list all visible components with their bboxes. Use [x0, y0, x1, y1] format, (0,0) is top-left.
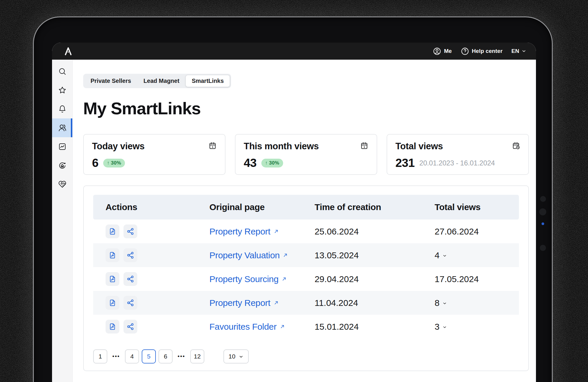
- help-circle-icon: [461, 47, 469, 56]
- tab-lead-magnet[interactable]: Lead Magnet: [137, 75, 186, 87]
- share-icon: [126, 227, 134, 235]
- page-button-4[interactable]: 4: [125, 349, 139, 363]
- column-header-actions: Actions: [93, 202, 209, 212]
- svg-text:1: 1: [363, 145, 365, 148]
- open-file-button[interactable]: [106, 248, 119, 262]
- tab-bar: Private Sellers Lead Magnet SmartLinks: [83, 74, 231, 88]
- creation-date: 11.04.2024: [315, 298, 435, 308]
- sidebar: [52, 60, 73, 382]
- smartlinks-table: Actions Original page Time of creation T…: [83, 185, 529, 371]
- share-button[interactable]: [123, 272, 137, 286]
- column-header-total-views: Total views: [435, 202, 519, 212]
- total-views-expandable[interactable]: 8: [435, 298, 447, 308]
- open-file-button[interactable]: [106, 272, 119, 286]
- external-link-icon: [283, 252, 288, 258]
- external-link-icon: [281, 276, 287, 282]
- app-screen: Me Help center EN: [52, 43, 536, 382]
- chevron-down-icon: [442, 301, 447, 306]
- camera-sensor-dot: [542, 222, 544, 225]
- camera-dot: [540, 245, 546, 251]
- users-icon: [58, 124, 66, 132]
- share-button[interactable]: [123, 248, 137, 262]
- page-size-value: 10: [228, 353, 235, 360]
- pagination: 1 ••• 4 5 6 ••• 12 10: [93, 349, 519, 363]
- stat-title: This month views: [244, 140, 319, 152]
- language-value: EN: [511, 48, 519, 54]
- tab-private-sellers[interactable]: Private Sellers: [84, 75, 137, 87]
- original-page-link[interactable]: Property Report: [209, 298, 279, 308]
- main-content: Private Sellers Lead Magnet SmartLinks M…: [73, 60, 536, 382]
- table-row: Property Valuation 13.05.2024 4: [93, 243, 519, 267]
- home-search-icon: [58, 161, 66, 170]
- table-row: Property Sourcing 29.04.2024 17.05.2024: [93, 267, 519, 291]
- page-size-select[interactable]: 10: [223, 349, 249, 363]
- trend-badge: ↑ 30%: [261, 159, 283, 167]
- page-button-6[interactable]: 6: [158, 349, 173, 363]
- stat-value: 231: [395, 156, 415, 170]
- total-views-value: 27.06.2024: [435, 227, 479, 237]
- external-link-icon: [273, 300, 279, 306]
- trend-badge: ↑ 30%: [103, 159, 125, 167]
- sidebar-item-contacts[interactable]: [52, 118, 72, 137]
- sidebar-item-favourites[interactable]: [52, 81, 72, 100]
- total-views-expandable[interactable]: 3: [435, 322, 447, 332]
- open-file-button[interactable]: [106, 320, 119, 334]
- creation-date: 15.01.2024: [315, 322, 435, 332]
- user-menu-label: Me: [444, 48, 452, 54]
- original-page-link[interactable]: Property Valuation: [209, 250, 288, 260]
- share-button[interactable]: [123, 296, 137, 310]
- tab-smartlinks[interactable]: SmartLinks: [186, 75, 230, 87]
- brand-logo-icon[interactable]: [58, 46, 78, 56]
- sidebar-item-partners[interactable]: [52, 175, 72, 194]
- sidebar-item-search[interactable]: [52, 62, 72, 81]
- table-row: Favourites Folder 15.01.2024 3: [93, 315, 519, 339]
- page-title: My SmartLinks: [83, 99, 529, 118]
- help-center-link[interactable]: Help center: [461, 47, 503, 56]
- camera-dot: [540, 196, 546, 202]
- column-header-time-of-creation: Time of creation: [315, 202, 435, 212]
- share-button[interactable]: [123, 224, 137, 238]
- stat-card-month: This month views 1 43 ↑ 30%: [235, 134, 377, 175]
- stat-value: 6: [92, 156, 98, 170]
- original-page-link[interactable]: Favourites Folder: [209, 322, 285, 332]
- link-label: Property Valuation: [209, 250, 280, 260]
- link-label: Property Report: [209, 298, 270, 308]
- search-icon: [58, 67, 66, 76]
- sidebar-item-notifications[interactable]: [52, 100, 72, 118]
- original-page-link[interactable]: Property Report: [209, 227, 279, 237]
- creation-date: 29.04.2024: [315, 274, 435, 284]
- pagination-ellipsis: •••: [175, 353, 188, 360]
- table-header: Actions Original page Time of creation T…: [93, 195, 519, 220]
- share-button[interactable]: [123, 320, 137, 334]
- bell-icon: [58, 105, 66, 113]
- chart-icon: [58, 143, 66, 151]
- total-views-expandable[interactable]: 4: [435, 250, 447, 260]
- file-open-icon: [108, 275, 116, 283]
- page-button-12[interactable]: 12: [190, 349, 204, 363]
- external-link-icon: [280, 324, 285, 329]
- open-file-button[interactable]: [106, 224, 119, 238]
- language-selector[interactable]: EN: [511, 48, 527, 54]
- user-circle-icon: [433, 47, 441, 56]
- chevron-down-icon: [521, 48, 527, 54]
- pagination-ellipsis: •••: [110, 353, 122, 360]
- page-button-5-current[interactable]: 5: [142, 349, 156, 363]
- open-file-button[interactable]: [106, 296, 119, 310]
- stat-value: 43: [244, 156, 257, 170]
- stat-title: Total views: [395, 140, 443, 152]
- camera-dot: [539, 208, 546, 215]
- sidebar-item-property-search[interactable]: [52, 156, 72, 175]
- top-bar: Me Help center EN: [52, 43, 536, 60]
- share-icon: [126, 251, 134, 259]
- external-link-icon: [273, 229, 279, 234]
- table-row: Property Report 25.06.2024 27.06.2024: [93, 220, 519, 243]
- file-open-icon: [108, 299, 116, 307]
- stat-card-total: Total views 231 20.01.2023 - 16.01.2024: [387, 134, 529, 175]
- stat-cards: Today views 1 6 ↑ 30%: [83, 134, 529, 175]
- original-page-link[interactable]: Property Sourcing: [209, 274, 287, 284]
- sidebar-item-analytics[interactable]: [52, 137, 72, 156]
- user-menu[interactable]: Me: [433, 47, 452, 56]
- calendar-day-icon: 1: [360, 142, 368, 150]
- page-button-1[interactable]: 1: [93, 349, 107, 363]
- star-icon: [58, 86, 66, 94]
